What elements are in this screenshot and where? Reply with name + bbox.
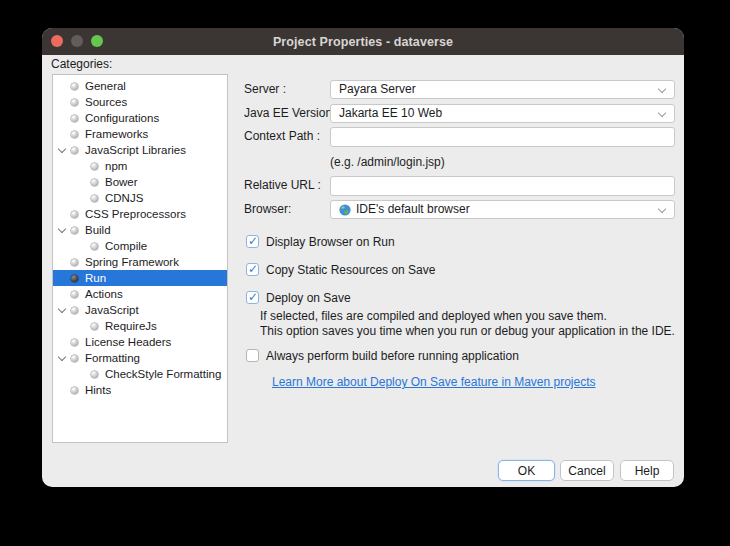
- node-bullet-icon: [71, 211, 78, 218]
- checkbox-icon[interactable]: [246, 349, 259, 362]
- checkbox-icon[interactable]: [246, 291, 259, 304]
- chevron-down-icon[interactable]: [56, 352, 69, 364]
- help-button[interactable]: Help: [620, 460, 674, 481]
- node-bullet-icon: [71, 131, 78, 138]
- checkbox-label: Copy Static Resources on Save: [266, 263, 435, 277]
- close-icon[interactable]: [51, 35, 63, 47]
- tree-item-label: Spring Framework: [85, 256, 179, 268]
- node-bullet-icon: [71, 227, 78, 234]
- tree-item-sources[interactable]: Sources: [53, 94, 227, 110]
- tree-item-actions[interactable]: Actions: [53, 286, 227, 302]
- chevron-spacer: [76, 240, 89, 252]
- tree-item-label: Build: [85, 224, 111, 236]
- tree-item-frameworks[interactable]: Frameworks: [53, 126, 227, 142]
- tree-item-label: Actions: [85, 288, 123, 300]
- node-bullet-icon: [91, 163, 98, 170]
- chevron-spacer: [76, 160, 89, 172]
- title-bar[interactable]: Project Properties - dataverse: [42, 28, 684, 55]
- node-bullet-icon: [71, 307, 78, 314]
- chevron-spacer: [76, 320, 89, 332]
- tree-item-label: CheckStyle Formatting: [105, 368, 221, 380]
- tree-item-spring-framework[interactable]: Spring Framework: [53, 254, 227, 270]
- tree-item-label: Bower: [105, 176, 138, 188]
- checkbox-icon[interactable]: [246, 263, 259, 276]
- tree-item-build[interactable]: Build: [53, 222, 227, 238]
- checkbox-icon[interactable]: [246, 235, 259, 248]
- node-bullet-icon: [91, 179, 98, 186]
- checkbox-label: Deploy on Save: [266, 291, 351, 305]
- deploy-on-save-learn-more-link[interactable]: Learn More about Deploy On Save feature …: [272, 375, 596, 389]
- context-path-hint: (e.g. /admin/login.jsp): [330, 155, 445, 169]
- tree-item-label: Sources: [85, 96, 127, 108]
- server-select[interactable]: Payara Server: [330, 80, 675, 99]
- chevron-spacer: [56, 288, 69, 300]
- java-ee-version-label: Java EE Version :: [244, 104, 339, 123]
- tree-item-hints[interactable]: Hints: [53, 382, 227, 398]
- categories-label: Categories:: [51, 57, 112, 71]
- chevron-down-icon: [658, 109, 666, 117]
- tree-item-bower[interactable]: Bower: [53, 174, 227, 190]
- tree-item-label: Compile: [105, 240, 147, 252]
- node-bullet-icon: [71, 387, 78, 394]
- context-path-input[interactable]: [330, 127, 675, 147]
- window-title: Project Properties - dataverse: [273, 35, 453, 49]
- chevron-spacer: [56, 384, 69, 396]
- tree-item-javascript[interactable]: JavaScript: [53, 302, 227, 318]
- categories-panel[interactable]: GeneralSourcesConfigurationsFrameworksJa…: [52, 74, 228, 443]
- tree-item-label: RequireJs: [105, 320, 157, 332]
- server-value: Payara Server: [339, 81, 416, 98]
- always-perform-build-checkbox[interactable]: Always perform build before running appl…: [246, 348, 519, 363]
- java-ee-version-select[interactable]: Jakarta EE 10 Web: [330, 104, 675, 123]
- deploy-on-save-checkbox[interactable]: Deploy on Save: [246, 290, 351, 305]
- tree-item-requirejs[interactable]: RequireJs: [53, 318, 227, 334]
- chevron-down-icon[interactable]: [56, 224, 69, 236]
- tree-item-general[interactable]: General: [53, 78, 227, 94]
- chevron-spacer: [76, 368, 89, 380]
- tree-item-label: CSS Preprocessors: [85, 208, 186, 220]
- chevron-spacer: [56, 112, 69, 124]
- cancel-button[interactable]: Cancel: [560, 460, 614, 481]
- tree-item-compile[interactable]: Compile: [53, 238, 227, 254]
- node-bullet-icon: [91, 371, 98, 378]
- display-browser-on-run-checkbox[interactable]: Display Browser on Run: [246, 234, 395, 249]
- relative-url-label: Relative URL :: [244, 176, 321, 195]
- tree-item-label: License Headers: [85, 336, 171, 348]
- tree-item-css-preprocessors[interactable]: CSS Preprocessors: [53, 206, 227, 222]
- checkbox-label: Display Browser on Run: [266, 235, 395, 249]
- tree-item-license-headers[interactable]: License Headers: [53, 334, 227, 350]
- node-bullet-icon: [71, 291, 78, 298]
- globe-icon: [339, 204, 351, 216]
- node-bullet-icon: [71, 83, 78, 90]
- relative-url-input[interactable]: [330, 176, 675, 196]
- tree-item-label: Frameworks: [85, 128, 148, 140]
- node-bullet-icon: [71, 147, 78, 154]
- tree-item-label: npm: [105, 160, 127, 172]
- copy-static-resources-checkbox[interactable]: Copy Static Resources on Save: [246, 262, 435, 277]
- minimize-icon: [71, 35, 83, 47]
- chevron-spacer: [56, 256, 69, 268]
- note-line-1: If selected, files are compiled and depl…: [260, 309, 675, 324]
- tree-item-label: CDNJS: [105, 192, 143, 204]
- chevron-down-icon[interactable]: [56, 144, 69, 156]
- chevron-spacer: [56, 272, 69, 284]
- zoom-icon[interactable]: [91, 35, 103, 47]
- browser-label: Browser:: [244, 200, 291, 219]
- categories-tree: GeneralSourcesConfigurationsFrameworksJa…: [53, 75, 227, 398]
- ok-button[interactable]: OK: [498, 460, 555, 481]
- tree-item-javascript-libraries[interactable]: JavaScript Libraries: [53, 142, 227, 158]
- chevron-spacer: [76, 176, 89, 188]
- tree-item-npm[interactable]: npm: [53, 158, 227, 174]
- tree-item-label: Formatting: [85, 352, 140, 364]
- chevron-down-icon[interactable]: [56, 304, 69, 316]
- tree-item-cdnjs[interactable]: CDNJS: [53, 190, 227, 206]
- tree-item-formatting[interactable]: Formatting: [53, 350, 227, 366]
- tree-item-configurations[interactable]: Configurations: [53, 110, 227, 126]
- tree-item-label: Hints: [85, 384, 111, 396]
- note-line-2: This option saves you time when you run …: [260, 324, 675, 339]
- tree-item-run[interactable]: Run: [53, 270, 227, 286]
- node-bullet-icon: [91, 195, 98, 202]
- traffic-lights: [51, 35, 103, 47]
- tree-item-checkstyle-formatting[interactable]: CheckStyle Formatting: [53, 366, 227, 382]
- server-label: Server :: [244, 80, 286, 99]
- browser-select[interactable]: IDE's default browser: [330, 200, 675, 219]
